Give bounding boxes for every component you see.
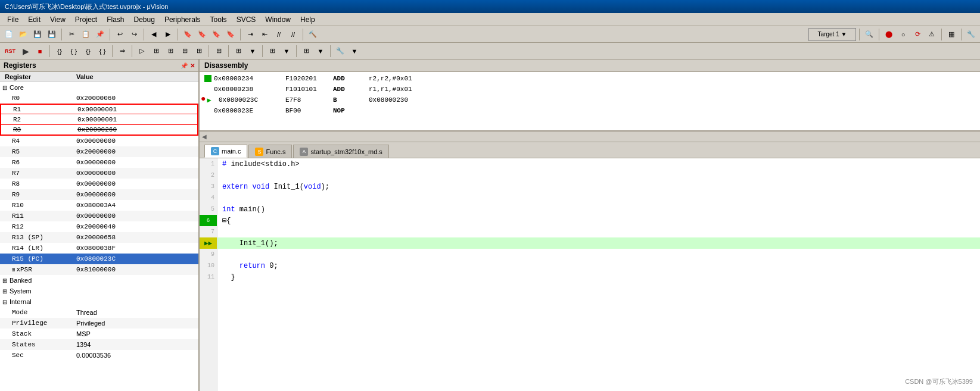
debug-win-btn[interactable]: ⊞ xyxy=(150,45,163,58)
pin-icon[interactable]: 📌 xyxy=(181,62,188,69)
menu-item-svcs[interactable]: SVCS xyxy=(232,14,261,25)
menu-item-flash[interactable]: Flash xyxy=(102,14,129,25)
run-to-cursor-btn[interactable]: { } xyxy=(96,45,109,58)
save-all-btn[interactable]: 💾 xyxy=(45,28,58,41)
reg-row-r13[interactable]: R13 (SP) 0x20000658 xyxy=(0,232,198,243)
reset-btn[interactable]: ⟳ xyxy=(911,28,924,41)
debug-extra7[interactable]: ▼ xyxy=(348,45,361,58)
debug-sym-btn[interactable]: ⊞ xyxy=(192,45,206,58)
disasm-scrollbar[interactable]: ◀ xyxy=(200,132,980,142)
comment-btn[interactable]: // xyxy=(272,28,285,41)
reg-row-sec[interactable]: Sec 0.00003536 xyxy=(0,350,198,361)
watermark: CSDN @可乐飞冰5399 xyxy=(905,377,973,386)
build-btn[interactable]: 🔨 xyxy=(306,28,319,41)
new-btn[interactable]: 📄 xyxy=(2,28,15,41)
menu-item-peripherals[interactable]: Peripherals xyxy=(160,14,206,25)
stop-btn[interactable]: ○ xyxy=(897,28,910,41)
reg-row-privilege[interactable]: Privilege Privileged xyxy=(0,318,198,329)
redo-btn[interactable]: ↪ xyxy=(127,28,141,41)
debug-extra1[interactable]: ⊞ xyxy=(232,45,245,58)
tab-startup[interactable]: A startup_stm32f10x_md.s xyxy=(293,145,388,158)
registers-table: Register Value ⊟ Core R0 0x20000060 R1 0… xyxy=(0,72,198,391)
step-btn[interactable]: {} xyxy=(53,45,66,58)
reg-row-r15[interactable]: R15 (PC) 0x0800023C xyxy=(0,254,198,264)
show-next-btn[interactable]: ⇒ xyxy=(116,45,129,58)
tab-main-c[interactable]: C main.c xyxy=(204,145,247,158)
debug-extra6[interactable]: ▼ xyxy=(314,45,327,58)
reg-section-internal[interactable]: ⊟ Internal xyxy=(0,296,198,307)
run-debug-btn[interactable]: ▶ xyxy=(19,45,32,58)
paste-btn[interactable]: 📌 xyxy=(94,28,107,41)
reg-row-xpsr[interactable]: ⊞xPSR 0x81000000 xyxy=(0,264,198,275)
search-btn[interactable]: 🔍 xyxy=(863,28,876,41)
reg-row-mode[interactable]: Mode Thread xyxy=(0,307,198,318)
debug-extra2[interactable]: ▼ xyxy=(246,45,259,58)
reg-row-r12[interactable]: R12 0x20000040 xyxy=(0,221,198,232)
menu-item-file[interactable]: File xyxy=(2,14,23,25)
debug-tools[interactable]: 🔧 xyxy=(334,45,347,58)
reset2-btn[interactable]: ⚠ xyxy=(925,28,938,41)
indent-btn[interactable]: ⇥ xyxy=(244,28,257,41)
reg-row-r14[interactable]: R14 (LR) 0x0800038F xyxy=(0,243,198,254)
run-btn[interactable]: ⬤ xyxy=(882,28,895,41)
reg-row-r1[interactable]: R1 0x00000001 xyxy=(0,104,198,114)
step-over-btn[interactable]: { } xyxy=(67,45,80,58)
bookmark4-btn[interactable]: 🔖 xyxy=(224,28,237,41)
debug-mem-btn[interactable]: ⊞ xyxy=(164,45,177,58)
bookmark1-btn[interactable]: 🔖 xyxy=(181,28,194,41)
undo-btn[interactable]: ↩ xyxy=(113,28,126,41)
reg-row-r10[interactable]: R10 0x080003A4 xyxy=(0,200,198,211)
copy-btn[interactable]: 📋 xyxy=(79,28,92,41)
reg-row-r4[interactable]: R4 0x00000000 xyxy=(0,136,198,146)
tools2-btn[interactable]: 🔧 xyxy=(965,28,978,41)
reg-row-stack[interactable]: Stack MSP xyxy=(0,329,198,339)
view-btn[interactable]: ▦ xyxy=(945,28,958,41)
reg-row-r8[interactable]: R8 0x00000000 xyxy=(0,179,198,189)
menu-item-view[interactable]: View xyxy=(45,14,70,25)
close-icon[interactable]: ✕ xyxy=(190,62,195,69)
reg-row-r9[interactable]: R9 0x00000000 xyxy=(0,189,198,200)
menu-item-help[interactable]: Help xyxy=(295,14,320,25)
gutter-1: 1 xyxy=(200,158,217,170)
open-btn[interactable]: 📂 xyxy=(17,28,30,41)
outdent-btn[interactable]: ⇤ xyxy=(258,28,271,41)
debug-bp-btn[interactable]: ⊞ xyxy=(212,45,225,58)
reset-debug-btn[interactable]: RST xyxy=(2,45,18,58)
save-btn[interactable]: 💾 xyxy=(31,28,44,41)
uncomment-btn[interactable]: // xyxy=(287,28,300,41)
current-line-arrow: ▶▶ xyxy=(204,239,212,247)
debug-extra4[interactable]: ▼ xyxy=(280,45,293,58)
menu-item-window[interactable]: Window xyxy=(260,14,295,25)
debug-cmd-btn[interactable]: ▷ xyxy=(135,45,148,58)
step-out-btn[interactable]: {} xyxy=(82,45,95,58)
menu-item-tools[interactable]: Tools xyxy=(206,14,232,25)
bookmark2-btn[interactable]: 🔖 xyxy=(195,28,209,41)
menu-item-project[interactable]: Project xyxy=(70,14,102,25)
back-btn[interactable]: ◀ xyxy=(147,28,160,41)
cut-btn[interactable]: ✂ xyxy=(65,28,78,41)
toolbar1: 📄 📂 💾 💾 ✂ 📋 📌 ↩ ↪ ◀ ▶ 🔖 🔖 🔖 🔖 ⇥ ⇤ // // … xyxy=(0,26,980,43)
reg-row-r3[interactable]: R3 0x20000260 xyxy=(0,125,198,136)
reg-name-r10: R10 xyxy=(0,202,71,209)
menu-item-debug[interactable]: Debug xyxy=(129,14,160,25)
reg-section-system[interactable]: ⊞ System xyxy=(0,286,198,296)
reg-row-states[interactable]: States 1394 xyxy=(0,339,198,350)
reg-row-r5[interactable]: R5 0x20000000 xyxy=(0,146,198,157)
debug-extra3[interactable]: ⊞ xyxy=(266,45,279,58)
reg-row-r0[interactable]: R0 0x20000060 xyxy=(0,93,198,104)
stop-debug-btn[interactable]: ■ xyxy=(33,45,46,58)
debug-reg-btn[interactable]: ⊞ xyxy=(178,45,191,58)
reg-row-r2[interactable]: R2 0x00000001 xyxy=(0,114,198,125)
target-select[interactable]: Target 1 ▼ xyxy=(808,28,856,41)
debug-extra5[interactable]: ⊞ xyxy=(300,45,313,58)
reg-row-r11[interactable]: R11 0x00000000 xyxy=(0,211,198,221)
menu-item-edit[interactable]: Edit xyxy=(23,14,45,25)
reg-row-r7[interactable]: R7 0x00000000 xyxy=(0,168,198,179)
reg-name-r2: R2 xyxy=(1,116,73,123)
reg-section-banked[interactable]: ⊞ Banked xyxy=(0,275,198,286)
bookmark3-btn[interactable]: 🔖 xyxy=(210,28,223,41)
tab-func-s[interactable]: S Func.s xyxy=(248,145,292,158)
reg-row-r6[interactable]: R6 0x00000000 xyxy=(0,157,198,168)
reg-section-core[interactable]: ⊟ Core xyxy=(0,82,198,93)
forward-btn[interactable]: ▶ xyxy=(161,28,175,41)
